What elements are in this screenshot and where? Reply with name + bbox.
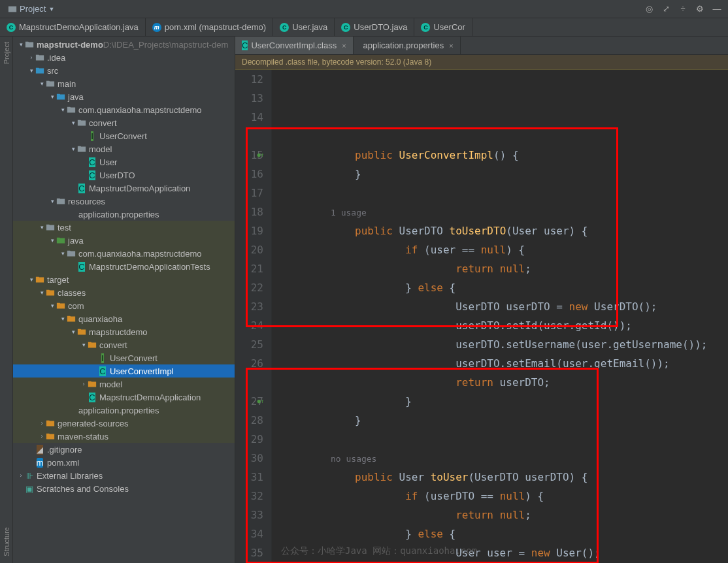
project-sidebar: ▾mapstruct-demo D:\IDEA_Projects\mapstru… [13, 37, 235, 563]
editor-tabs: CUserConvertImpl.class×application.prope… [235, 37, 728, 55]
tab-MapstructDemoApplication.java[interactable]: CMapstructDemoApplication.java [0, 18, 146, 36]
tree-item[interactable]: ▾model [13, 142, 235, 155]
gear-icon[interactable]: ⚙ [693, 2, 707, 16]
tree-item[interactable]: application.properties [13, 404, 235, 417]
tree-item[interactable]: ▣Scratches and Consoles [13, 482, 235, 495]
tree-item[interactable]: ▾convert [13, 116, 235, 129]
side-project[interactable]: Project [3, 42, 10, 64]
tab-pom.xml (mapstruct-demo)[interactable]: mpom.xml (mapstruct-demo) [146, 18, 273, 36]
tree-item[interactable]: ▾java [13, 234, 235, 247]
tree-item[interactable]: ▾quanxiaoha [13, 312, 235, 325]
editor-tab-application.properties[interactable]: application.properties× [354, 37, 461, 54]
tree-item[interactable]: ▾mapstructdemo [13, 325, 235, 338]
decompiled-banner: Decompiled .class file, bytecode version… [235, 55, 728, 70]
tree-item[interactable]: ▾resources [13, 195, 235, 208]
tree-item[interactable]: ▾test [13, 221, 235, 234]
watermark: 公众号：小哈学Java 网站：quanxiaoha.com [281, 541, 477, 560]
tree-item[interactable]: CMapstructDemoApplication [13, 391, 235, 404]
line-gutter: 12131415●↑161718192021222324252627●↑2829… [235, 70, 272, 563]
tree-item[interactable]: ▾main [13, 77, 235, 90]
tree-item[interactable]: ▾mapstruct-demo D:\IDEA_Projects\mapstru… [13, 38, 235, 51]
tree-item[interactable]: ◢.gitignore [13, 443, 235, 456]
tree-item[interactable]: CUser [13, 155, 235, 169]
editor-tab-UserConvertImpl.class[interactable]: CUserConvertImpl.class× [235, 37, 354, 54]
tree-item[interactable]: ▾java [13, 90, 235, 103]
tree-item[interactable]: application.properties [13, 208, 235, 221]
tab-User.java[interactable]: CUser.java [273, 18, 335, 36]
tree-item[interactable]: ▾target [13, 273, 235, 286]
tree-item[interactable]: ▾classes [13, 286, 235, 299]
chevron-down-icon: ▼ [48, 6, 54, 12]
project-tree[interactable]: ▾mapstruct-demo D:\IDEA_Projects\mapstru… [13, 37, 235, 563]
tree-item[interactable]: CUserDTO [13, 169, 235, 182]
tree-item[interactable]: IUserConvert [13, 351, 235, 364]
tab-UserCor[interactable]: CUserCor [414, 18, 472, 36]
tree-item[interactable]: CMapstructDemoApplication [13, 182, 235, 195]
project-label: Project [20, 4, 46, 14]
tree-item[interactable]: ▾src [13, 64, 235, 77]
expand-icon[interactable]: ⤢ [659, 2, 673, 16]
tree-item[interactable]: ›model [13, 378, 235, 391]
tree-item[interactable]: ▾com.quanxiaoha.mapstructdemo [13, 103, 235, 116]
close-icon[interactable]: × [342, 42, 346, 50]
code-editor[interactable]: 12131415●↑161718192021222324252627●↑2829… [235, 70, 728, 563]
tree-item[interactable]: mpom.xml [13, 456, 235, 469]
tree-item[interactable]: ▾com.quanxiaoha.mapstructdemo [13, 247, 235, 260]
tree-item[interactable]: ▾convert [13, 338, 235, 351]
tree-item[interactable]: CMapstructDemoApplicationTests [13, 260, 235, 273]
tree-item[interactable]: ›⊪External Libraries [13, 469, 235, 482]
project-icon [8, 5, 17, 14]
locate-icon[interactable]: ◎ [642, 2, 656, 16]
code-area[interactable]: public UserConvertImpl() { }1 usage publ… [272, 70, 728, 563]
toolbar: Project ▼ ◎ ⤢ ÷ ⚙ — [0, 0, 728, 18]
svg-rect-0 [8, 6, 16, 12]
hide-icon[interactable]: — [710, 2, 724, 16]
tab-UserDTO.java[interactable]: CUserDTO.java [335, 18, 414, 36]
tree-item[interactable]: ›maven-status [13, 430, 235, 443]
tree-item[interactable]: CUserConvertImpl [13, 364, 235, 378]
project-selector[interactable]: Project ▼ [4, 3, 58, 15]
tree-item[interactable]: ›generated-sources [13, 417, 235, 430]
left-gutter-bar: Project Structure [0, 37, 13, 563]
tree-item[interactable]: IUserConvert [13, 129, 235, 142]
tree-item[interactable]: ▾com [13, 299, 235, 312]
tree-item[interactable]: ›.idea [13, 51, 235, 64]
close-icon[interactable]: × [449, 42, 453, 50]
side-structure[interactable]: Structure [3, 527, 10, 556]
file-tabs-top: CMapstructDemoApplication.javampom.xml (… [0, 18, 728, 37]
collapse-icon[interactable]: ÷ [676, 2, 690, 16]
